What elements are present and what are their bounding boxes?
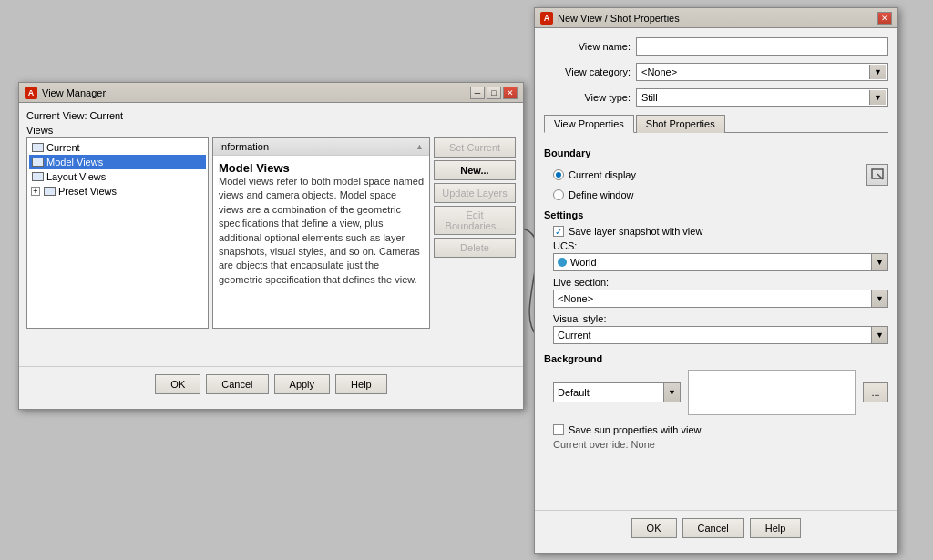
background-browse-button[interactable]: ... [863, 382, 888, 402]
current-view-value: Current [90, 110, 124, 121]
view-category-label: View category: [544, 66, 631, 77]
view-manager-title: View Manager [42, 87, 106, 98]
footer-buttons: OK Cancel Apply Help [19, 366, 523, 402]
live-section-select[interactable]: <None> ▼ [553, 290, 888, 308]
save-sun-row: Save sun properties with view [553, 424, 888, 435]
delete-button[interactable]: Delete [434, 238, 516, 258]
view-icon [44, 187, 56, 196]
info-title: Model Views [219, 161, 424, 175]
set-current-button[interactable]: Set Current [434, 137, 516, 158]
dropdown-arrow-icon-2: ▼ [869, 90, 886, 105]
tab-shot-properties[interactable]: Shot Properties [636, 115, 725, 133]
new-view-titlebar: A New View / Shot Properties ✕ [535, 8, 897, 28]
apply-button[interactable]: Apply [274, 374, 331, 394]
ucs-row: UCS: World ▼ [553, 240, 888, 271]
current-display-row: Current display [553, 164, 888, 186]
new-view-help-button[interactable]: Help [750, 518, 802, 538]
background-preview [688, 370, 856, 415]
define-window-icon [870, 168, 885, 182]
current-display-label: Current display [569, 169, 636, 180]
view-name-row: View name: [544, 37, 888, 56]
save-layer-snapshot-checkbox[interactable]: ✓ [553, 226, 564, 237]
save-layer-snapshot-label: Save layer snapshot with view [569, 226, 702, 237]
view-name-label: View name: [544, 41, 631, 52]
current-override-label: Current override: None [553, 439, 888, 450]
new-view-title: New View / Shot Properties [558, 13, 680, 24]
view-category-select[interactable]: <None> ▼ [636, 63, 888, 81]
live-section-label: Live section: [553, 277, 888, 288]
current-display-radio[interactable] [553, 169, 564, 180]
maximize-button[interactable]: □ [487, 87, 501, 99]
define-window-label: Define window [569, 189, 634, 200]
background-title: Background [544, 353, 888, 364]
define-window-radio[interactable] [553, 189, 564, 200]
new-view-ok-button[interactable]: OK [631, 518, 677, 538]
view-category-row: View category: <None> ▼ [544, 63, 888, 81]
info-text: Model views refer to both model space na… [219, 175, 424, 287]
define-window-row: Define window [553, 189, 888, 200]
tree-item-layout-views[interactable]: Layout Views [29, 169, 206, 184]
views-label: Views [26, 125, 516, 136]
edit-boundaries-button[interactable]: Edit Boundaries... [434, 206, 516, 235]
background-row: Default ▼ ... [544, 370, 888, 415]
tab-bar: View Properties Shot Properties [544, 114, 888, 133]
view-manager-titlebar: A View Manager ─ □ ✕ [19, 83, 523, 103]
tree-item-preset-views[interactable]: + Preset Views [29, 184, 206, 199]
background-select[interactable]: Default ▼ [553, 382, 681, 402]
view-icon [32, 172, 44, 181]
new-view-cancel-button[interactable]: Cancel [682, 518, 744, 538]
info-header: Information ▲ [213, 138, 429, 156]
visual-style-label: Visual style: [553, 313, 888, 324]
ucs-dropdown-arrow: ▼ [871, 254, 887, 270]
background-dropdown-arrow: ▼ [663, 383, 680, 402]
visual-style-dropdown-arrow: ▼ [871, 327, 887, 343]
action-buttons: Set Current New... Update Layers Edit Bo… [434, 137, 516, 329]
tab-view-properties[interactable]: View Properties [544, 115, 634, 133]
tree-item-model-views[interactable]: Model Views [29, 155, 206, 169]
ucs-select[interactable]: World ▼ [553, 253, 888, 271]
view-type-row: View type: Still ▼ [544, 88, 888, 107]
live-section-row: Live section: <None> ▼ [553, 277, 888, 308]
autocad-icon: A [25, 87, 37, 99]
views-tree[interactable]: Current Model Views Layout Views + Prese… [26, 137, 209, 329]
view-manager-dialog: A View Manager ─ □ ✕ Current View: Curre… [18, 82, 524, 410]
cancel-button[interactable]: Cancel [206, 374, 268, 394]
expand-icon[interactable]: + [31, 187, 40, 196]
define-window-btn[interactable] [866, 164, 888, 186]
new-view-footer-buttons: OK Cancel Help [535, 510, 897, 545]
live-section-dropdown-arrow: ▼ [871, 290, 887, 307]
autocad-icon-2: A [540, 12, 553, 25]
visual-style-row: Visual style: Current ▼ [553, 313, 888, 344]
new-button[interactable]: New... [434, 160, 516, 180]
visual-style-select[interactable]: Current ▼ [553, 326, 888, 344]
close-button[interactable]: ✕ [503, 87, 518, 99]
current-view-label: Current View: Current [26, 110, 516, 121]
view-type-select[interactable]: Still ▼ [636, 88, 888, 107]
tree-item-current[interactable]: Current [29, 140, 206, 155]
view-name-input[interactable] [636, 37, 888, 56]
ucs-icon [558, 258, 567, 267]
new-view-close-button[interactable]: ✕ [877, 12, 892, 25]
ok-button[interactable]: OK [155, 374, 200, 394]
boundary-title: Boundary [544, 148, 888, 158]
save-sun-label: Save sun properties with view [569, 424, 702, 435]
view-icon [32, 143, 44, 152]
save-layer-snapshot-row: ✓ Save layer snapshot with view [553, 226, 888, 237]
info-panel: Information ▲ Model Views Model views re… [212, 137, 430, 329]
settings-title: Settings [544, 209, 888, 220]
ucs-label: UCS: [553, 240, 888, 251]
view-type-label: View type: [544, 92, 631, 103]
view-icon [32, 158, 44, 167]
help-button[interactable]: Help [335, 374, 387, 394]
collapse-icon[interactable]: ▲ [415, 142, 424, 151]
update-layers-button[interactable]: Update Layers [434, 183, 516, 203]
dropdown-arrow-icon: ▼ [869, 65, 886, 79]
view-properties-content: Boundary Current display Define window [544, 140, 888, 453]
minimize-button[interactable]: ─ [470, 87, 485, 99]
save-sun-checkbox[interactable] [553, 424, 564, 435]
new-view-dialog: A New View / Shot Properties ✕ View name… [534, 7, 898, 554]
